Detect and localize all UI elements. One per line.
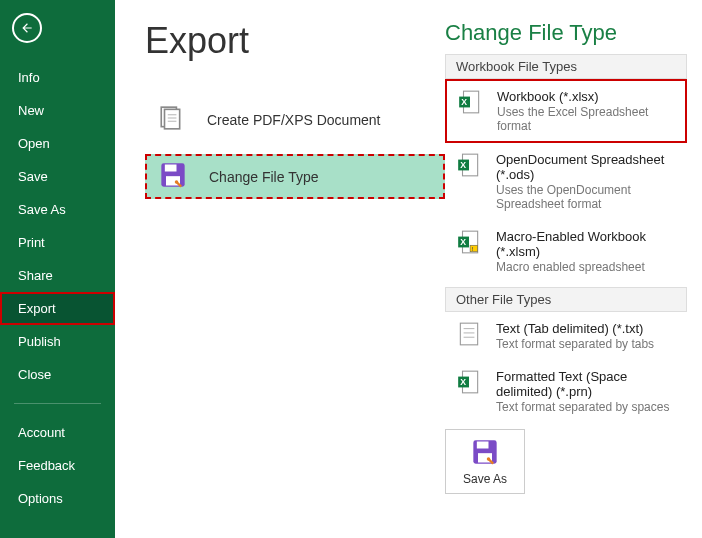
prn-icon: X bbox=[456, 369, 486, 398]
back-arrow-icon bbox=[20, 21, 34, 35]
export-option-pdf-label: Create PDF/XPS Document bbox=[207, 112, 381, 128]
file-type-prn-title: Formatted Text (Space delimited) (*.prn) bbox=[496, 369, 676, 399]
sidebar-item-account[interactable]: Account bbox=[0, 416, 115, 449]
sidebar-item-export[interactable]: Export bbox=[0, 292, 115, 325]
export-option-change-label: Change File Type bbox=[209, 169, 318, 185]
sidebar-item-save[interactable]: Save bbox=[0, 160, 115, 193]
file-type-txt-title: Text (Tab delimited) (*.txt) bbox=[496, 321, 654, 336]
file-type-prn-desc: Text format separated by spaces bbox=[496, 400, 676, 414]
pdf-document-icon bbox=[155, 105, 187, 134]
save-as-label: Save As bbox=[463, 472, 507, 486]
sidebar-item-new[interactable]: New bbox=[0, 94, 115, 127]
backstage-sidebar: Info New Open Save Save As Print Share E… bbox=[0, 0, 115, 538]
app-root: Info New Open Save Save As Print Share E… bbox=[0, 0, 702, 538]
sidebar-item-options[interactable]: Options bbox=[0, 482, 115, 515]
page-title: Export bbox=[145, 20, 445, 62]
svg-rect-20 bbox=[460, 323, 477, 345]
svg-rect-6 bbox=[165, 165, 177, 172]
sidebar-item-share[interactable]: Share bbox=[0, 259, 115, 292]
file-type-prn[interactable]: X Formatted Text (Space delimited) (*.pr… bbox=[445, 360, 687, 423]
svg-text:X: X bbox=[461, 97, 467, 107]
file-type-xlsx[interactable]: X Workbook (*.xlsx) Uses the Excel Sprea… bbox=[445, 79, 687, 143]
change-file-type-icon bbox=[157, 161, 189, 192]
file-type-ods-desc: Uses the OpenDocument Spreadsheet format bbox=[496, 183, 676, 211]
file-type-xlsm-title: Macro-Enabled Workbook (*.xlsm) bbox=[496, 229, 676, 259]
group-header-workbook: Workbook File Types bbox=[445, 54, 687, 79]
svg-rect-1 bbox=[165, 109, 180, 128]
svg-text:X: X bbox=[460, 160, 466, 170]
group-header-other: Other File Types bbox=[445, 287, 687, 312]
sidebar-item-open[interactable]: Open bbox=[0, 127, 115, 160]
main-content: Export Create PDF/XPS Document Change Fi… bbox=[115, 0, 702, 538]
ods-icon: X bbox=[456, 152, 486, 181]
export-option-pdf[interactable]: Create PDF/XPS Document bbox=[145, 97, 445, 142]
file-type-txt[interactable]: Text (Tab delimited) (*.txt) Text format… bbox=[445, 312, 687, 360]
file-type-column: Change File Type Workbook File Types X W… bbox=[445, 20, 702, 538]
sidebar-item-feedback[interactable]: Feedback bbox=[0, 449, 115, 482]
file-type-xlsm-desc: Macro enabled spreadsheet bbox=[496, 260, 676, 274]
svg-text:!: ! bbox=[472, 246, 474, 252]
save-as-button[interactable]: Save As bbox=[445, 429, 525, 494]
svg-text:X: X bbox=[460, 237, 466, 247]
file-type-txt-desc: Text format separated by tabs bbox=[496, 337, 654, 351]
xlsm-icon: X! bbox=[456, 229, 486, 258]
txt-icon bbox=[456, 321, 486, 350]
svg-point-8 bbox=[175, 180, 179, 184]
file-type-xlsm[interactable]: X! Macro-Enabled Workbook (*.xlsm) Macro… bbox=[445, 220, 687, 283]
export-option-change-file-type[interactable]: Change File Type bbox=[145, 154, 445, 199]
sidebar-item-save-as[interactable]: Save As bbox=[0, 193, 115, 226]
save-as-icon bbox=[471, 438, 499, 466]
sidebar-item-close[interactable]: Close bbox=[0, 358, 115, 391]
change-file-type-title: Change File Type bbox=[445, 20, 687, 46]
back-button[interactable] bbox=[12, 13, 42, 43]
file-type-ods[interactable]: X OpenDocument Spreadsheet (*.ods) Uses … bbox=[445, 143, 687, 220]
file-type-ods-title: OpenDocument Spreadsheet (*.ods) bbox=[496, 152, 676, 182]
sidebar-item-print[interactable]: Print bbox=[0, 226, 115, 259]
svg-point-30 bbox=[487, 457, 491, 461]
svg-text:X: X bbox=[460, 377, 466, 387]
sidebar-divider bbox=[14, 403, 101, 404]
file-type-xlsx-title: Workbook (*.xlsx) bbox=[497, 89, 675, 104]
export-options-column: Export Create PDF/XPS Document Change Fi… bbox=[145, 20, 445, 538]
svg-rect-28 bbox=[477, 441, 489, 448]
file-type-xlsx-desc: Uses the Excel Spreadsheet format bbox=[497, 105, 675, 133]
sidebar-item-publish[interactable]: Publish bbox=[0, 325, 115, 358]
xlsx-icon: X bbox=[457, 89, 487, 118]
sidebar-item-info[interactable]: Info bbox=[0, 61, 115, 94]
